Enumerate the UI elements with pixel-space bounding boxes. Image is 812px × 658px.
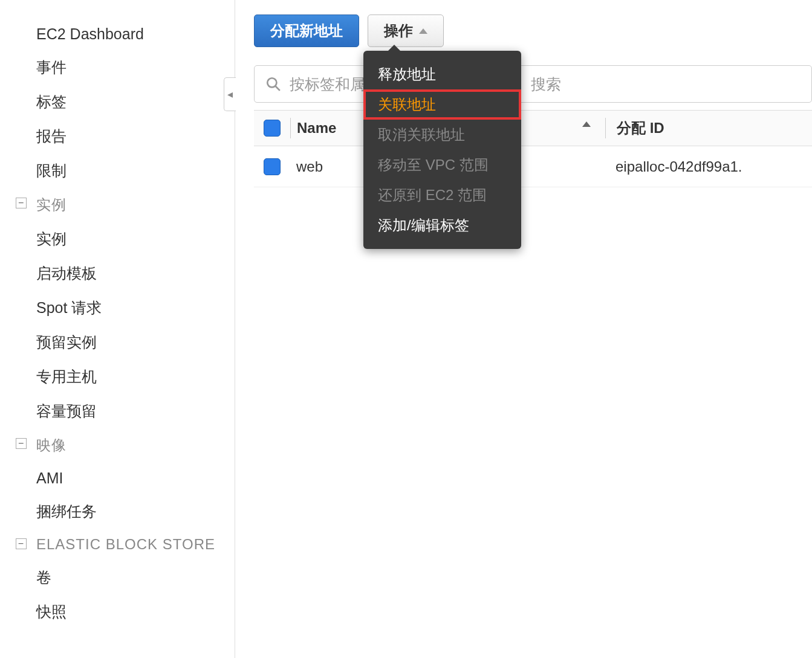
dropdown-add-edit-tags[interactable]: 添加/编辑标签 xyxy=(363,210,521,240)
nav-limits[interactable]: 限制 xyxy=(0,153,236,188)
nav-volumes[interactable]: 卷 xyxy=(0,560,236,595)
sidebar-collapse-tab[interactable]: ◂ xyxy=(224,77,236,111)
column-header-allocation-id[interactable]: 分配 ID xyxy=(606,118,664,138)
dropdown-restore-to-ec2: 还原到 EC2 范围 xyxy=(363,180,521,210)
nav-launch-templates[interactable]: 启动模板 xyxy=(0,256,236,291)
search-input[interactable]: 按标签和属 搜索 xyxy=(254,65,812,103)
nav-section-label: 实例 xyxy=(36,196,66,213)
nav-section-label: ELASTIC BLOCK STORE xyxy=(36,536,215,552)
nav-section-instances: − 实例 xyxy=(0,188,236,222)
table-header: Name 分配 ID xyxy=(254,110,812,146)
nav-instances[interactable]: 实例 xyxy=(0,222,236,256)
actions-dropdown: 释放地址 关联地址 取消关联地址 移动至 VPC 范围 还原到 EC2 范围 添… xyxy=(363,51,521,249)
collapse-icon[interactable]: − xyxy=(16,198,27,208)
search-icon xyxy=(265,76,281,92)
nav-tags[interactable]: 标签 xyxy=(0,85,236,119)
nav-dedicated-hosts[interactable]: 专用主机 xyxy=(0,360,236,394)
svg-line-1 xyxy=(275,86,280,91)
nav-events[interactable]: 事件 xyxy=(0,50,236,85)
nav-reports[interactable]: 报告 xyxy=(0,119,236,153)
search-placeholder-prefix: 按标签和属 xyxy=(290,74,365,94)
actions-button[interactable]: 操作 xyxy=(368,15,444,47)
search-row: 按标签和属 搜索 xyxy=(236,65,812,103)
nav-section-ebs: − ELASTIC BLOCK STORE xyxy=(0,529,236,560)
collapse-icon[interactable]: − xyxy=(16,538,27,549)
chevron-up-icon xyxy=(419,28,427,34)
row-checkbox[interactable] xyxy=(264,158,281,175)
nav-reserved-instances[interactable]: 预留实例 xyxy=(0,325,236,360)
svg-point-0 xyxy=(267,78,276,87)
select-all-checkbox[interactable] xyxy=(264,120,281,137)
nav-section-images: − 映像 xyxy=(0,428,236,462)
search-placeholder-suffix: 搜索 xyxy=(531,74,561,94)
nav-bundle-tasks[interactable]: 捆绑任务 xyxy=(0,494,236,529)
dropdown-disassociate-address: 取消关联地址 xyxy=(363,120,521,150)
select-all-cell xyxy=(254,120,290,137)
nav-capacity-reservations[interactable]: 容量预留 xyxy=(0,394,236,428)
sidebar: EC2 Dashboard 事件 标签 报告 限制 − 实例 实例 启动模板 S… xyxy=(0,0,236,658)
nav-ami[interactable]: AMI xyxy=(0,462,236,494)
collapse-icon[interactable]: − xyxy=(16,438,27,449)
nav-snapshots[interactable]: 快照 xyxy=(0,595,236,629)
nav-ec2-dashboard[interactable]: EC2 Dashboard xyxy=(0,18,236,50)
allocate-new-address-button[interactable]: 分配新地址 xyxy=(254,15,359,47)
nav-spot-requests[interactable]: Spot 请求 xyxy=(0,291,236,325)
dropdown-release-address[interactable]: 释放地址 xyxy=(363,59,521,89)
row-select-cell xyxy=(254,158,290,175)
caret-left-icon: ◂ xyxy=(227,88,233,101)
cell-allocation-id: eipalloc-042df99a1. xyxy=(605,158,742,175)
nav-section-label: 映像 xyxy=(36,437,66,453)
actions-button-label: 操作 xyxy=(384,21,413,40)
main-panel: ◂ 分配新地址 操作 按标签和属 搜索 xyxy=(236,0,812,658)
addresses-table: Name 分配 ID web eipalloc-042df99a1. xyxy=(236,110,812,187)
table-row[interactable]: web eipalloc-042df99a1. xyxy=(254,146,812,187)
dropdown-associate-address[interactable]: 关联地址 xyxy=(363,89,521,120)
dropdown-move-to-vpc: 移动至 VPC 范围 xyxy=(363,150,521,180)
toolbar: 分配新地址 操作 xyxy=(236,15,812,47)
